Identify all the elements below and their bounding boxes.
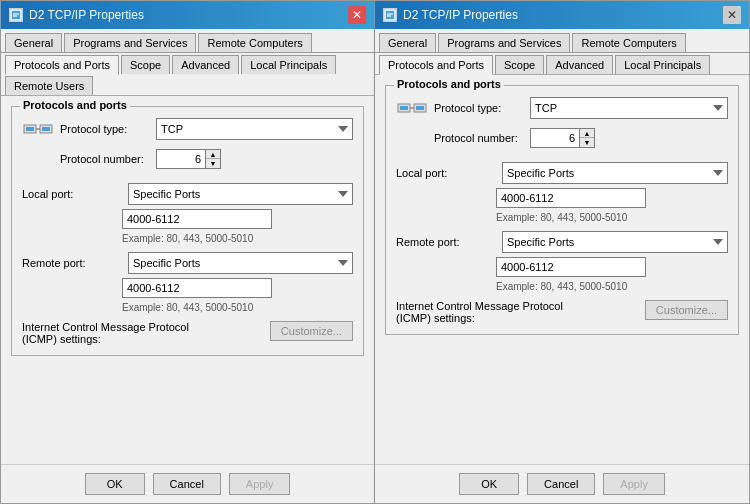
remote-port-label-left: Remote port: bbox=[22, 257, 122, 269]
group-title-right: Protocols and ports bbox=[394, 78, 504, 90]
title-text-right: D2 TCP/IP Properties bbox=[403, 8, 518, 22]
tab-advanced-left[interactable]: Advanced bbox=[172, 55, 239, 74]
network-icon-right bbox=[396, 94, 428, 122]
remote-port-input-right[interactable] bbox=[496, 257, 646, 277]
protocol-number-row-right: Protocol number: ▲ ▼ bbox=[396, 128, 728, 148]
local-port-label-right: Local port: bbox=[396, 167, 496, 179]
icmp-customize-right[interactable]: Customize... bbox=[645, 300, 728, 320]
svg-rect-0 bbox=[11, 10, 21, 20]
svg-rect-15 bbox=[416, 106, 424, 110]
local-port-select-left[interactable]: Specific Ports All Ports Dynamic RPC bbox=[128, 183, 353, 205]
remote-port-select-right[interactable]: Specific Ports All Ports Dynamic RPC bbox=[502, 231, 728, 253]
icmp-label-right: Internet Control Message Protocol(ICMP) … bbox=[396, 300, 637, 324]
apply-button-left[interactable]: Apply bbox=[229, 473, 291, 495]
remote-port-select-left[interactable]: Specific Ports All Ports Dynamic RPC bbox=[128, 252, 353, 274]
protocol-type-label-left: Protocol type: bbox=[60, 123, 150, 135]
remote-port-example-right: Example: 80, 443, 5000-5010 bbox=[496, 281, 728, 292]
svg-rect-7 bbox=[42, 127, 50, 131]
group-box-left: Protocols and ports Protocol type: TCP U… bbox=[11, 106, 364, 356]
icmp-row-left: Internet Control Message Protocol(ICMP) … bbox=[22, 321, 353, 345]
tabs-row1-left: General Programs and Services Remote Com… bbox=[1, 29, 374, 53]
tab-protocols-left[interactable]: Protocols and Ports bbox=[5, 55, 119, 75]
protocol-type-select-right[interactable]: TCP UDP Any bbox=[530, 97, 728, 119]
group-title-left: Protocols and ports bbox=[20, 99, 130, 111]
content-right: Protocols and ports Protocol type: TCP U… bbox=[375, 75, 749, 464]
local-port-label-left: Local port: bbox=[22, 188, 122, 200]
icmp-row-right: Internet Control Message Protocol(ICMP) … bbox=[396, 300, 728, 324]
svg-rect-14 bbox=[400, 106, 408, 110]
dialog-right: D2 TCP/IP Properties ✕ General Programs … bbox=[375, 0, 750, 504]
footer-right: OK Cancel Apply bbox=[375, 464, 749, 503]
tab-scope-left[interactable]: Scope bbox=[121, 55, 170, 74]
remote-port-section-left: Remote port: Specific Ports All Ports Dy… bbox=[22, 252, 353, 313]
local-port-example-right: Example: 80, 443, 5000-5010 bbox=[496, 212, 728, 223]
protocol-number-spinner-right: ▲ ▼ bbox=[530, 128, 595, 148]
dialog-left: D2 TCP/IP Properties ✕ General Programs … bbox=[0, 0, 375, 504]
local-port-row-left: Local port: Specific Ports All Ports Dyn… bbox=[22, 183, 353, 205]
tabs-row2-left: Protocols and Ports Scope Advanced Local… bbox=[1, 53, 374, 96]
protocol-number-label-right: Protocol number: bbox=[434, 132, 524, 144]
close-button-left[interactable]: ✕ bbox=[348, 6, 366, 24]
tab-general-right[interactable]: General bbox=[379, 33, 436, 52]
remote-port-label-right: Remote port: bbox=[396, 236, 496, 248]
apply-button-right[interactable]: Apply bbox=[603, 473, 665, 495]
tab-local-principals-right[interactable]: Local Principals bbox=[615, 55, 710, 74]
spinner-up-left[interactable]: ▲ bbox=[206, 150, 220, 159]
content-left: Protocols and ports Protocol type: TCP U… bbox=[1, 96, 374, 464]
tab-remote-users-left[interactable]: Remote Users bbox=[5, 76, 93, 95]
local-port-row-right: Local port: Specific Ports All Ports Dyn… bbox=[396, 162, 728, 184]
title-icon-right bbox=[383, 8, 397, 22]
network-icon-left bbox=[22, 115, 54, 143]
spinner-up-right[interactable]: ▲ bbox=[580, 129, 594, 138]
cancel-button-left[interactable]: Cancel bbox=[153, 473, 221, 495]
remote-port-input-left[interactable] bbox=[122, 278, 272, 298]
tab-remote-computers-left[interactable]: Remote Computers bbox=[198, 33, 311, 52]
tab-protocols-right[interactable]: Protocols and Ports bbox=[379, 55, 493, 75]
remote-port-row-left: Remote port: Specific Ports All Ports Dy… bbox=[22, 252, 353, 274]
tab-programs-left[interactable]: Programs and Services bbox=[64, 33, 196, 52]
title-icon-left bbox=[9, 8, 23, 22]
icmp-customize-left[interactable]: Customize... bbox=[270, 321, 353, 341]
close-button-right[interactable]: ✕ bbox=[723, 6, 741, 24]
local-port-select-right[interactable]: Specific Ports All Ports Dynamic RPC bbox=[502, 162, 728, 184]
protocol-type-row-left: Protocol type: TCP UDP Any bbox=[22, 115, 353, 143]
spinner-down-right[interactable]: ▼ bbox=[580, 138, 594, 147]
local-port-section-left: Local port: Specific Ports All Ports Dyn… bbox=[22, 183, 353, 244]
tab-remote-computers-right[interactable]: Remote Computers bbox=[572, 33, 685, 52]
svg-rect-8 bbox=[385, 10, 395, 20]
protocol-number-row-left: Protocol number: ▲ ▼ bbox=[22, 149, 353, 169]
local-port-input-right[interactable] bbox=[496, 188, 646, 208]
tabs-row1-right: General Programs and Services Remote Com… bbox=[375, 29, 749, 53]
group-box-right: Protocols and ports Protocol type: TCP U… bbox=[385, 85, 739, 335]
remote-port-row-right: Remote port: Specific Ports All Ports Dy… bbox=[396, 231, 728, 253]
footer-left: OK Cancel Apply bbox=[1, 464, 374, 503]
tab-advanced-right[interactable]: Advanced bbox=[546, 55, 613, 74]
title-bar-left: D2 TCP/IP Properties ✕ bbox=[1, 1, 374, 29]
local-port-input-left[interactable] bbox=[122, 209, 272, 229]
protocol-type-select-left[interactable]: TCP UDP Any bbox=[156, 118, 353, 140]
cancel-button-right[interactable]: Cancel bbox=[527, 473, 595, 495]
ok-button-right[interactable]: OK bbox=[459, 473, 519, 495]
icmp-label-left: Internet Control Message Protocol(ICMP) … bbox=[22, 321, 262, 345]
protocol-type-row-right: Protocol type: TCP UDP Any bbox=[396, 94, 728, 122]
remote-port-example-left: Example: 80, 443, 5000-5010 bbox=[122, 302, 353, 313]
title-text-left: D2 TCP/IP Properties bbox=[29, 8, 144, 22]
protocol-number-input-left[interactable] bbox=[156, 149, 206, 169]
svg-rect-6 bbox=[26, 127, 34, 131]
tab-scope-right[interactable]: Scope bbox=[495, 55, 544, 74]
ok-button-left[interactable]: OK bbox=[85, 473, 145, 495]
tab-local-principals-left[interactable]: Local Principals bbox=[241, 55, 336, 74]
local-port-section-right: Local port: Specific Ports All Ports Dyn… bbox=[396, 162, 728, 223]
remote-port-section-right: Remote port: Specific Ports All Ports Dy… bbox=[396, 231, 728, 292]
protocol-type-label-right: Protocol type: bbox=[434, 102, 524, 114]
local-port-example-left: Example: 80, 443, 5000-5010 bbox=[122, 233, 353, 244]
protocol-number-spinner-left: ▲ ▼ bbox=[156, 149, 221, 169]
protocol-number-input-right[interactable] bbox=[530, 128, 580, 148]
tab-programs-right[interactable]: Programs and Services bbox=[438, 33, 570, 52]
protocol-number-label-left: Protocol number: bbox=[60, 153, 150, 165]
title-bar-right: D2 TCP/IP Properties ✕ bbox=[375, 1, 749, 29]
tab-general-left[interactable]: General bbox=[5, 33, 62, 52]
tabs-row2-right: Protocols and Ports Scope Advanced Local… bbox=[375, 53, 749, 75]
spinner-down-left[interactable]: ▼ bbox=[206, 159, 220, 168]
